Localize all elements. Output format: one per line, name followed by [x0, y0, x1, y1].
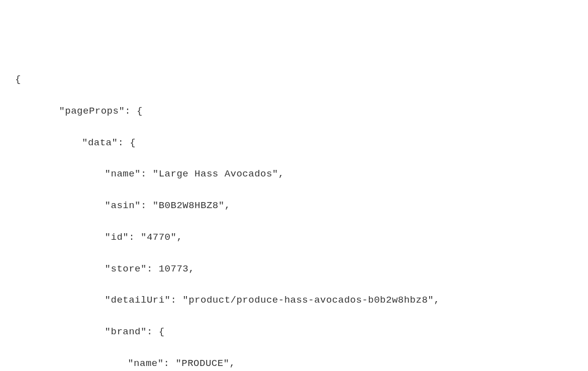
- code-line: "id": "4770",: [15, 230, 573, 245]
- code-line: "name": "PRODUCE",: [15, 356, 573, 371]
- code-line: {: [15, 72, 573, 87]
- code-line: "asin": "B0B2W8HBZ8",: [15, 198, 573, 214]
- code-line: "brand": {: [15, 324, 573, 340]
- code-line: "data": {: [15, 135, 573, 151]
- code-line: "store": 10773,: [15, 261, 573, 277]
- code-line: "name": "Large Hass Avocados",: [15, 166, 573, 182]
- code-line: "detailUri": "product/produce-hass-avoca…: [15, 293, 573, 308]
- code-line: "pageProps": {: [15, 104, 573, 119]
